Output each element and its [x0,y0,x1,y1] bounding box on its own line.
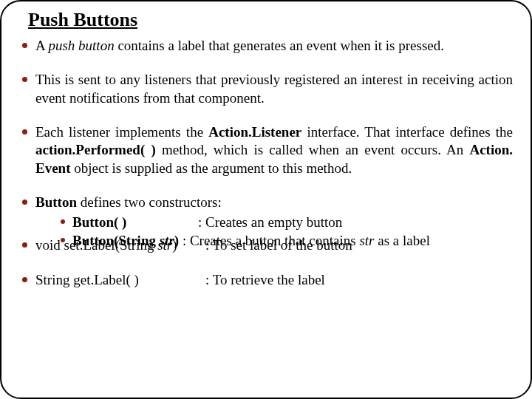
text: defines two constructors: [77,194,222,210]
text: contains a label that generates an event… [115,38,444,53]
bullet-2: This is sent to any listeners that previ… [22,71,513,107]
bullet-list-tail: void set.Label(String str) : To set labe… [19,236,513,289]
bullet-5: void set.Label(String str) : To set labe… [22,236,513,254]
sub-item-1: Button( ) : Creates an empty button [61,213,513,231]
emphasis: push button [48,38,114,53]
bullet-1: A push button contains a label that gene… [22,37,513,55]
text: interface. That interface defines the [301,124,513,140]
slide: Push Buttons A push button contains a la… [0,0,532,399]
method-name: action.Performed( ) [35,142,156,157]
signature: void set.Label(String str) [35,236,205,254]
description: : To set label of the button [205,236,352,254]
description: : To retrieve the label [205,271,325,289]
text: A [35,38,48,53]
signature: String get.Label( ) [35,271,205,289]
text: method, which is called when an event oc… [156,142,470,157]
slide-title: Push Buttons [28,9,513,31]
signature: Button( ) [72,214,126,230]
bullet-3: Each listener implements the Action.List… [22,123,513,177]
description: : Creates an empty button [198,213,342,231]
bullet-list: A push button contains a label that gene… [19,37,513,250]
class-name: Button [35,194,77,210]
text: This is sent to any listeners that previ… [35,72,513,105]
text: Each listener implements the [35,124,208,140]
text: object is supplied as the argument to th… [71,160,352,176]
class-name: Action.Listener [208,124,301,140]
bullet-6: String get.Label( ) : To retrieve the la… [22,271,513,289]
